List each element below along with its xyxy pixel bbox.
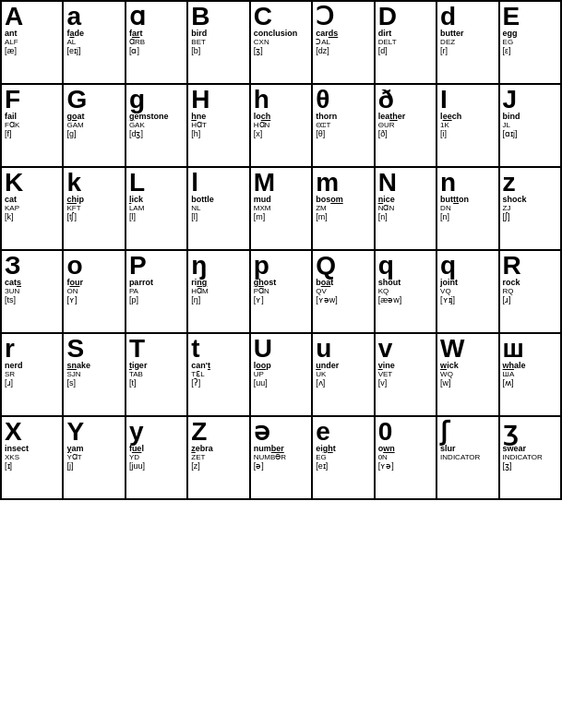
ipa-notation: [ts] [5,296,16,305]
phonetic-cell: kchipKFT[tʃ] [64,168,126,251]
phonetic-cell: pghostpɑN[ʏ] [251,251,313,334]
ipa-notation: [æəw] [378,296,402,305]
phonetic-cell: XinsectXKS[ɪ] [2,417,64,500]
ipa-notation: [h] [191,130,200,139]
phonetic-cell: hlochhɑn[x] [251,85,313,168]
main-letter: ш [503,336,524,362]
phonetic-cell: WwickWq[w] [437,334,499,417]
ipa-notation: [ʃ] [503,213,510,222]
phonetic-cell: ƆcardsɔAL[dz] [313,2,375,85]
main-letter: H [191,87,209,113]
ipa-notation: [d] [378,47,388,56]
phonetic-cell: YyamYɑT[j] [64,417,126,500]
main-letter: U [254,336,272,362]
main-letter: r [5,336,15,362]
ipa-notation: [s] [66,379,76,388]
phonetic-cell: uunderUK[ʌ] [313,334,375,417]
main-letter: Ɔ [316,4,334,30]
phonetic-cell: 0own0N[ʏə] [376,417,437,500]
main-letter: K [5,170,23,196]
phonetic-cell: mbosomzm[m] [313,168,375,251]
phonetic-cell: zshockZJ[ʃ] [500,168,562,251]
ipa-notation: [m] [254,213,266,222]
phonetic-cell: ŋringHɑm[ŋ] [188,251,250,334]
main-letter: R [503,253,521,279]
main-letter: ɑ [129,4,146,30]
main-letter: C [254,4,272,30]
ipa-notation: [r] [440,47,448,56]
ipa-notation: [p] [129,296,138,305]
main-letter: Z [191,419,207,445]
main-letter: A [5,4,23,30]
ipa-notation: [ʒ] [503,462,512,471]
main-letter: W [440,336,464,362]
ipa-notation: [k] [5,213,14,222]
main-letter: B [191,4,209,30]
ipa-notation: [ʏ] [254,296,264,305]
main-letter: m [316,170,339,196]
main-letter: e [316,419,330,445]
main-letter: I [440,87,448,113]
main-letter: g [129,87,145,113]
ipa-notation: [x] [254,130,263,139]
phonetic-cell: ggemstonegAK[dʒ] [126,85,188,168]
main-letter: G [66,87,87,113]
phonetic-cell: BbirdBET[b] [188,2,250,85]
ipa-notation: [ŋ] [191,296,200,305]
main-letter: З [5,253,21,279]
ipa-notation: [ʌ] [316,379,325,388]
main-letter: D [378,4,397,30]
main-letter: ð [378,87,394,113]
phonetic-cell: MmudMXM[m] [251,168,313,251]
phonetic-cell: RrockRQ[ɹ] [500,251,562,334]
phonetic-cell: Ileech1K[i] [437,85,499,168]
phonetic-cell: Jbindjl[ɑɪj] [500,85,562,168]
ipa-notation: [b] [191,47,200,56]
ipa-notation: [j] [66,462,73,471]
main-letter: u [316,336,331,362]
main-letter: Y [66,419,84,445]
ipa-notation: [f] [5,130,12,139]
phonetic-cell: ofouron[ʏ] [64,251,126,334]
main-letter: n [440,170,456,196]
phonetic-cell: CconclusionCXN[ʒ] [251,2,313,85]
main-letter: N [378,170,397,196]
ipa-notation: [ʍ] [503,379,514,388]
phonetic-cell: afadeal[eɪj] [64,2,126,85]
phonetic-cell: rnerdSr[ɹ] [2,334,64,417]
ipa-notation: [juu] [129,462,145,471]
ipa-notation: [tʃ] [66,213,77,222]
ipa-notation: [ʏ] [66,296,77,305]
main-letter: ʒ [503,419,518,445]
main-letter: 0 [378,419,393,445]
ipa-notation: [uu] [254,379,268,388]
main-letter: z [503,170,516,196]
ipa-notation: [ʏəw] [316,296,338,305]
ipa-notation: [ɹ] [5,379,13,388]
main-letter: q [378,253,394,279]
phonetic-cell: ðleatherθur[ð] [376,85,437,168]
ipa-notation: [æ] [5,47,17,56]
phonetic-cell: ЗcatsЗUN[ts] [2,251,64,334]
main-letter: q [440,253,456,279]
phonetic-cell: GgoatGAM[g] [64,85,126,168]
main-letter: ə [254,419,269,445]
phonetic-cell: шwhaleшa[ʍ] [500,334,562,417]
phonetic-cell: qshoutKq[æəw] [376,251,437,334]
main-letter: k [66,170,81,196]
ipa-notation: [ε] [503,47,511,56]
ipa-notation: [ʏə] [378,462,394,471]
phonetic-cell: tcan'ttɛl[ʔ] [188,334,250,417]
phonetic-cell: QboatQV[ʏəw] [313,251,375,334]
phonetic-cell: ənumberNUMBƏr[ə] [251,417,313,500]
phonetic-cell: AantALF[æ] [2,2,64,85]
phonetic-cell: KcatKAP[k] [2,168,64,251]
main-letter: o [66,253,82,279]
ipa-notation: [l] [191,213,197,222]
phonetic-cell: PparrotPa[p] [126,251,188,334]
main-letter: p [254,253,269,279]
phonetic-cell: yfuelyD[juu] [126,417,188,500]
ipa-notation: [dʒ] [129,130,143,139]
ipa-notation: [v] [378,379,388,388]
main-letter: T [129,336,145,362]
